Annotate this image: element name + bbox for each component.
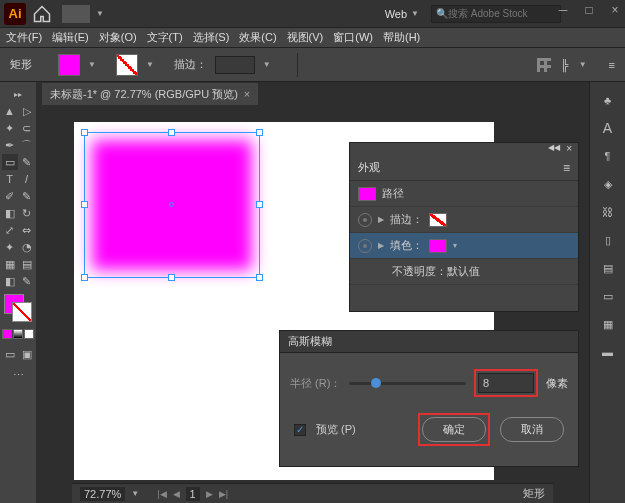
expand-icon[interactable]: ▸▸ bbox=[10, 86, 26, 102]
expand-icon[interactable]: ▶ bbox=[378, 241, 384, 250]
next-artboard-icon[interactable]: ▶ bbox=[206, 489, 213, 499]
artboard-nav-input[interactable]: 1 bbox=[186, 487, 200, 501]
handle-mr[interactable] bbox=[256, 201, 263, 208]
menu-select[interactable]: 选择(S) bbox=[193, 30, 230, 45]
chevron-down-icon[interactable]: ▼ bbox=[146, 60, 154, 69]
cancel-button[interactable]: 取消 bbox=[500, 417, 564, 442]
search-input[interactable]: 🔍 搜索 Adobe Stock bbox=[431, 5, 561, 23]
menu-view[interactable]: 视图(V) bbox=[287, 30, 324, 45]
chevron-down-icon[interactable]: ▾ bbox=[453, 241, 457, 250]
stroke-box[interactable] bbox=[12, 302, 32, 322]
expand-icon[interactable]: ▶ bbox=[378, 215, 384, 224]
paragraph-icon[interactable]: ¶ bbox=[598, 146, 618, 166]
first-artboard-icon[interactable]: |◀ bbox=[157, 489, 166, 499]
chevron-down-icon[interactable]: ▼ bbox=[88, 60, 96, 69]
pen-tool[interactable]: ✒ bbox=[2, 137, 18, 153]
menu-help[interactable]: 帮助(H) bbox=[383, 30, 420, 45]
menu-file[interactable]: 文件(F) bbox=[6, 30, 42, 45]
brushes-icon[interactable]: ▬ bbox=[598, 342, 618, 362]
handle-br[interactable] bbox=[256, 274, 263, 281]
chevron-down-icon[interactable]: ▼ bbox=[263, 60, 271, 69]
paintbrush-tool[interactable]: ✐ bbox=[2, 188, 18, 204]
brush-tool[interactable]: ✎ bbox=[19, 154, 35, 170]
type-tool[interactable]: T bbox=[2, 171, 18, 187]
last-artboard-icon[interactable]: ▶| bbox=[219, 489, 228, 499]
close-tab-icon[interactable]: × bbox=[244, 88, 250, 100]
free-transform-tool[interactable]: ✦ bbox=[2, 239, 18, 255]
menu-edit[interactable]: 编辑(E) bbox=[52, 30, 89, 45]
shape-builder-tool[interactable]: ◔ bbox=[19, 239, 35, 255]
handle-ml[interactable] bbox=[81, 201, 88, 208]
color-mode-solid[interactable] bbox=[2, 329, 12, 339]
maximize-button[interactable]: □ bbox=[583, 0, 595, 20]
center-point[interactable] bbox=[169, 202, 174, 207]
mesh-tool[interactable]: ▤ bbox=[19, 256, 35, 272]
radius-slider[interactable] bbox=[349, 382, 466, 385]
collapse-icon[interactable]: ◀◀ bbox=[548, 143, 560, 155]
panel-menu-icon[interactable]: ≡ bbox=[563, 161, 570, 175]
preview-checkbox[interactable]: ✓ bbox=[294, 424, 306, 436]
opacity-label[interactable]: 不透明度：默认值 bbox=[392, 264, 480, 279]
asset-icon[interactable]: ▤ bbox=[598, 258, 618, 278]
home-icon[interactable] bbox=[32, 4, 52, 24]
lasso-tool[interactable]: ⊂ bbox=[19, 120, 35, 136]
libraries-icon[interactable]: ▭ bbox=[598, 286, 618, 306]
properties-icon[interactable]: ♣ bbox=[598, 90, 618, 110]
chevron-down-icon[interactable]: ▼ bbox=[579, 60, 587, 69]
perspective-tool[interactable]: ▦ bbox=[2, 256, 18, 272]
swatches-icon[interactable]: ▦ bbox=[598, 314, 618, 334]
rectangle-tool[interactable]: ▭ bbox=[2, 154, 18, 170]
zoom-level[interactable]: 72.77% bbox=[80, 487, 125, 501]
visibility-icon[interactable] bbox=[358, 213, 372, 227]
close-button[interactable]: × bbox=[609, 0, 621, 20]
arrange-icon[interactable] bbox=[62, 5, 90, 23]
handle-bm[interactable] bbox=[168, 274, 175, 281]
fill-swatch[interactable] bbox=[58, 54, 80, 76]
menu-object[interactable]: 对象(O) bbox=[99, 30, 137, 45]
direct-select-tool[interactable]: ▷ bbox=[19, 103, 35, 119]
color-mode-none[interactable] bbox=[24, 329, 34, 339]
artboards-icon[interactable]: ▯ bbox=[598, 230, 618, 250]
layers-icon[interactable]: ◈ bbox=[598, 174, 618, 194]
eraser-tool[interactable]: ◧ bbox=[2, 205, 18, 221]
character-icon[interactable]: A bbox=[598, 118, 618, 138]
handle-tm[interactable] bbox=[168, 129, 175, 136]
view-mode-tool[interactable]: ▣ bbox=[19, 346, 35, 362]
scale-tool[interactable]: ⤢ bbox=[2, 222, 18, 238]
fill-stroke-control[interactable] bbox=[4, 294, 32, 322]
grid-icon[interactable] bbox=[537, 58, 551, 72]
fill-color-swatch[interactable] bbox=[429, 239, 447, 253]
ok-button[interactable]: 确定 bbox=[422, 417, 486, 442]
eyedropper-tool[interactable]: ✎ bbox=[19, 273, 35, 289]
align-icon[interactable]: ╠ bbox=[561, 59, 569, 71]
visibility-icon[interactable] bbox=[358, 239, 372, 253]
handle-tl[interactable] bbox=[81, 129, 88, 136]
panel-menu-icon[interactable]: ≡ bbox=[609, 59, 615, 71]
document-tab[interactable]: 未标题-1* @ 72.77% (RGB/GPU 预览) × bbox=[42, 83, 258, 105]
slider-thumb[interactable] bbox=[371, 378, 381, 388]
menu-window[interactable]: 窗口(W) bbox=[333, 30, 373, 45]
close-panel-icon[interactable]: × bbox=[566, 143, 572, 155]
handle-bl[interactable] bbox=[81, 274, 88, 281]
pencil-tool[interactable]: ✎ bbox=[19, 188, 35, 204]
stroke-color-swatch[interactable] bbox=[429, 213, 447, 227]
radius-input[interactable]: 8 bbox=[478, 373, 534, 393]
edit-toolbar[interactable]: ⋯ bbox=[10, 367, 26, 383]
minimize-button[interactable]: ─ bbox=[557, 0, 569, 20]
workspace-label[interactable]: Web bbox=[385, 8, 407, 20]
curvature-tool[interactable]: ⌒ bbox=[19, 137, 35, 153]
stroke-weight-input[interactable] bbox=[215, 56, 255, 74]
menu-effect[interactable]: 效果(C) bbox=[239, 30, 276, 45]
gradient-tool[interactable]: ◧ bbox=[2, 273, 18, 289]
stroke-swatch[interactable] bbox=[116, 54, 138, 76]
width-tool[interactable]: ⇔ bbox=[19, 222, 35, 238]
screen-mode-tool[interactable]: ▭ bbox=[2, 346, 18, 362]
rotate-tool[interactable]: ↻ bbox=[19, 205, 35, 221]
chevron-down-icon[interactable]: ▼ bbox=[131, 489, 139, 498]
line-tool[interactable]: / bbox=[19, 171, 35, 187]
selection-tool[interactable]: ▲ bbox=[2, 103, 18, 119]
color-mode-gradient[interactable] bbox=[13, 329, 23, 339]
menu-type[interactable]: 文字(T) bbox=[147, 30, 183, 45]
magic-wand-tool[interactable]: ✦ bbox=[2, 120, 18, 136]
links-icon[interactable]: ⛓ bbox=[598, 202, 618, 222]
